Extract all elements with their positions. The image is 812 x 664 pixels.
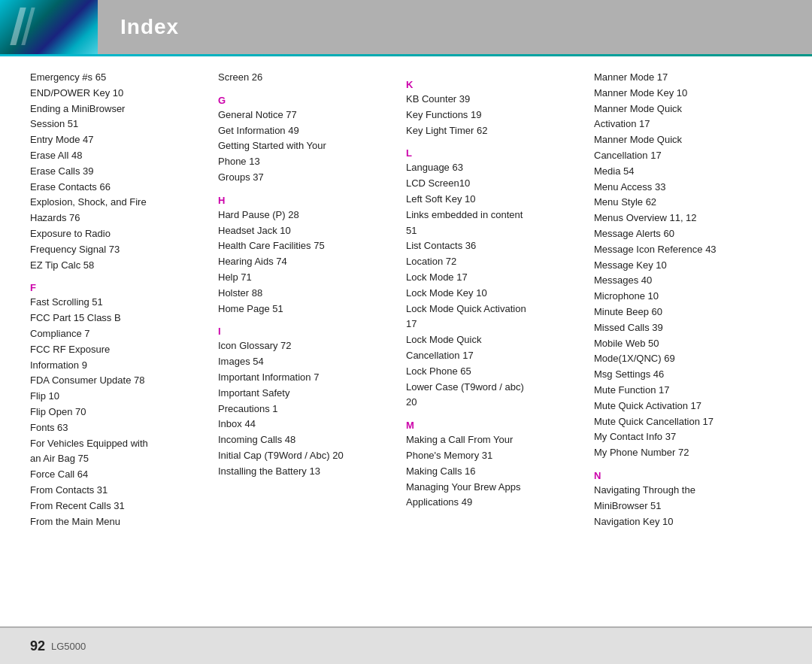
- index-entry: MiniBrowser 51: [594, 499, 767, 514]
- index-entry: Links embedded in content: [406, 208, 579, 223]
- index-entry: Mute Function 17: [594, 383, 767, 399]
- index-entry: LCD Screen10: [406, 176, 579, 192]
- index-entry: Fonts 63: [30, 420, 203, 436]
- index-entry: Lock Mode Quick Activation: [406, 302, 579, 317]
- index-entry: Manner Mode Key 10: [594, 86, 767, 102]
- index-entry: Left Soft Key 10: [406, 192, 579, 208]
- index-entry: Erase Contacts 66: [30, 180, 203, 196]
- index-entry: Activation 17: [594, 117, 767, 132]
- index-entry: Flip 10: [30, 389, 203, 405]
- section-letter-n: N: [594, 470, 767, 481]
- index-entry: Entry Mode 47: [30, 132, 203, 148]
- index-entry: Mobile Web 50: [594, 336, 767, 352]
- header-title-area: Index: [98, 0, 812, 54]
- index-entry: For Vehicles Equipped with: [30, 436, 203, 452]
- index-entry: Hard Pause (P) 28: [218, 208, 391, 223]
- index-entry: Fast Scrolling 51: [30, 295, 203, 311]
- index-entry: Navigating Through the: [594, 483, 767, 499]
- index-entry: Location 72: [406, 254, 579, 270]
- index-entry: Compliance 7: [30, 326, 203, 342]
- index-entry: From Contacts 31: [30, 483, 203, 499]
- header-image: [0, 0, 98, 54]
- index-entry: Message Key 10: [594, 258, 767, 274]
- index-entry: Phone 13: [218, 154, 391, 170]
- index-entry: Images 54: [218, 354, 391, 370]
- page-header: Index: [0, 0, 812, 54]
- page-title: Index: [120, 15, 179, 39]
- index-entry: Lock Mode Key 10: [406, 286, 579, 302]
- index-entry: Phone's Memory 31: [406, 448, 579, 464]
- index-entry: Cancellation 17: [406, 348, 579, 364]
- index-entry: List Contacts 36: [406, 238, 579, 254]
- index-entry: Making Calls 16: [406, 464, 579, 480]
- index-entry: Groups 37: [218, 170, 391, 186]
- footer-bar: 92 LG5000: [0, 626, 812, 664]
- index-entry: From Recent Calls 31: [30, 499, 203, 514]
- index-entry: 20: [406, 395, 579, 411]
- section-letter-f: F: [30, 282, 203, 293]
- section-letter-h: H: [218, 195, 391, 206]
- index-entry: Menu Access 33: [594, 180, 767, 196]
- index-column-2: Screen 26GGeneral Notice 77Get Informati…: [218, 70, 406, 529]
- section-letter-g: G: [218, 95, 391, 106]
- index-entry: Manner Mode Quick: [594, 132, 767, 148]
- index-entry: Media 54: [594, 164, 767, 180]
- index-columns: Emergency #s 65END/POWER Key 10Ending a …: [30, 70, 782, 529]
- index-entry: Mute Quick Activation 17: [594, 399, 767, 414]
- index-entry: Session 51: [30, 117, 203, 132]
- index-entry: 51: [406, 223, 579, 239]
- index-entry: Manner Mode 17: [594, 70, 767, 86]
- index-entry: Messages 40: [594, 273, 767, 289]
- index-entry: Holster 88: [218, 286, 391, 302]
- index-entry: Incoming Calls 48: [218, 432, 391, 448]
- index-entry: Menus Overview 11, 12: [594, 211, 767, 226]
- index-entry: Get Information 49: [218, 123, 391, 139]
- index-entry: Manner Mode Quick: [594, 102, 767, 117]
- model-name: LG5000: [51, 641, 86, 652]
- index-entry: Minute Beep 60: [594, 305, 767, 320]
- index-entry: Getting Started with Your: [218, 138, 391, 154]
- index-entry: Lock Mode 17: [406, 270, 579, 286]
- section-letter-l: L: [406, 147, 579, 159]
- index-entry: Emergency #s 65: [30, 70, 203, 86]
- section-letter-k: K: [406, 79, 579, 90]
- section-letter-m: M: [406, 420, 579, 431]
- index-entry: Erase All 48: [30, 148, 203, 164]
- index-entry: FCC Part 15 Class B: [30, 311, 203, 326]
- section-letter-i: I: [218, 326, 391, 337]
- index-entry: FDA Consumer Update 78: [30, 373, 203, 389]
- index-entry: Frequency Signal 73: [30, 242, 203, 258]
- index-entry: Headset Jack 10: [218, 223, 391, 239]
- main-content: Emergency #s 65END/POWER Key 10Ending a …: [0, 56, 812, 529]
- index-entry: Message Alerts 60: [594, 226, 767, 242]
- index-entry: Managing Your Brew Apps: [406, 480, 579, 496]
- index-column-1: Emergency #s 65END/POWER Key 10Ending a …: [30, 70, 218, 529]
- index-entry: END/POWER Key 10: [30, 86, 203, 102]
- index-entry: Help 71: [218, 270, 391, 286]
- index-entry: Home Page 51: [218, 302, 391, 317]
- index-entry: Msg Settings 46: [594, 367, 767, 383]
- index-entry: Erase Calls 39: [30, 164, 203, 180]
- index-entry: Important Information 7: [218, 370, 391, 386]
- index-entry: Ending a MiniBrowser: [30, 102, 203, 117]
- index-entry: Information 9: [30, 358, 203, 374]
- index-entry: Lock Mode Quick: [406, 332, 579, 348]
- page-number: 92: [30, 638, 45, 654]
- index-entry: Lock Phone 65: [406, 364, 579, 380]
- index-entry: FCC RF Exposure: [30, 342, 203, 358]
- index-entry: Missed Calls 39: [594, 320, 767, 336]
- index-entry: EZ Tip Calc 58: [30, 258, 203, 274]
- index-entry: Initial Cap (T9Word / Abc) 20: [218, 448, 391, 464]
- index-entry: Flip Open 70: [30, 405, 203, 420]
- index-entry: Applications 49: [406, 495, 579, 511]
- index-entry: Screen 26: [218, 70, 391, 86]
- index-entry: Inbox 44: [218, 417, 391, 432]
- index-column-4: Manner Mode 17Manner Mode Key 10Manner M…: [594, 70, 782, 529]
- index-entry: Precautions 1: [218, 402, 391, 417]
- index-entry: Exposure to Radio: [30, 226, 203, 242]
- index-entry: Mute Quick Cancellation 17: [594, 414, 767, 430]
- index-entry: Installing the Battery 13: [218, 464, 391, 480]
- index-entry: Message Icon Reference 43: [594, 242, 767, 258]
- index-entry: My Phone Number 72: [594, 445, 767, 461]
- index-entry: KB Counter 39: [406, 92, 579, 108]
